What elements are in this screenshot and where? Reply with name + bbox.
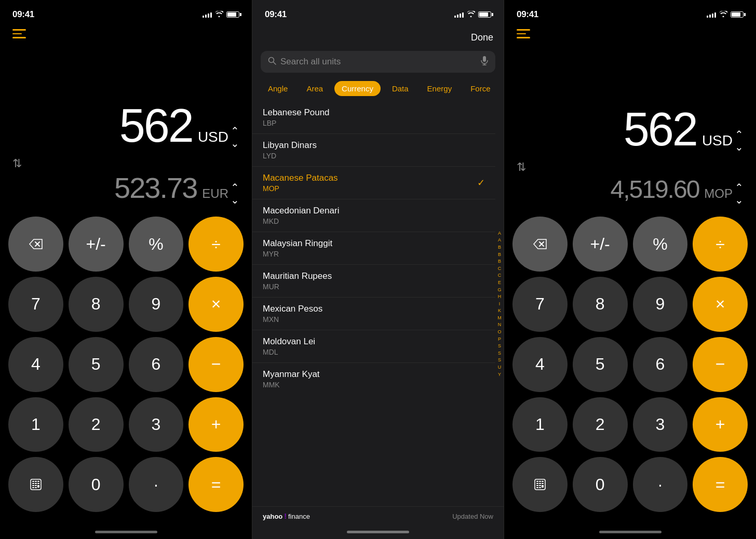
category-tab-data[interactable]: Data — [385, 81, 416, 96]
secondary-unit-chevron-left[interactable]: ⌃⌄ — [231, 181, 239, 206]
key-6[interactable]: 6 — [129, 337, 184, 392]
done-button[interactable]: Done — [471, 32, 493, 43]
alpha-letter[interactable]: S — [498, 357, 501, 363]
key-divide[interactable]: ÷ — [188, 217, 244, 272]
key-4[interactable]: 4 — [512, 337, 568, 392]
search-placeholder: Search all units — [280, 57, 477, 67]
list-item[interactable]: Myanmar Kyat MMK — [252, 363, 495, 395]
key-calc[interactable] — [512, 457, 568, 512]
unit-chevron-left[interactable]: ⌃⌄ — [231, 125, 239, 150]
key-plus[interactable]: + — [188, 397, 244, 452]
key-7[interactable]: 7 — [512, 277, 568, 332]
mic-icon[interactable] — [481, 56, 488, 68]
currency-name: Myanmar Kyat — [263, 369, 485, 380]
key-4[interactable]: 4 — [8, 337, 63, 392]
svg-rect-12 — [32, 487, 34, 488]
key-multiply[interactable]: × — [693, 277, 748, 332]
key-3[interactable]: 3 — [129, 397, 184, 452]
key-backspace[interactable] — [8, 217, 63, 272]
menu-button[interactable] — [0, 25, 252, 43]
key-5[interactable]: 5 — [69, 337, 124, 392]
swap-button-right[interactable]: ⇅ — [504, 157, 756, 177]
list-item[interactable]: Mauritian Rupees MUR — [252, 265, 495, 298]
key-6[interactable]: 6 — [633, 337, 688, 392]
key-plus-minus[interactable]: +/- — [573, 217, 628, 272]
alpha-letter[interactable]: U — [498, 364, 502, 371]
currency-picker-panel: 09:41 Done — [252, 0, 504, 539]
key-backspace[interactable] — [512, 217, 568, 272]
key-dot[interactable]: · — [129, 457, 184, 512]
key-9[interactable]: 9 — [633, 277, 688, 332]
alpha-letter[interactable]: M — [497, 315, 502, 321]
alpha-letter[interactable]: E — [498, 279, 501, 286]
alpha-letter[interactable]: A — [498, 237, 501, 244]
alpha-letter[interactable]: B — [498, 258, 501, 265]
list-item[interactable]: Moldovan Lei MDL — [252, 330, 495, 363]
alpha-letter[interactable]: N — [498, 321, 502, 328]
key-8[interactable]: 8 — [573, 277, 628, 332]
key-7[interactable]: 7 — [8, 277, 63, 332]
svg-rect-4 — [35, 481, 37, 482]
key-2[interactable]: 2 — [573, 397, 628, 452]
alpha-letter[interactable]: B — [498, 251, 501, 258]
list-item[interactable]: Mexican Pesos MXN — [252, 298, 495, 330]
secondary-unit-chevron-right[interactable]: ⌃⌄ — [735, 181, 744, 206]
alpha-letter[interactable]: C — [498, 265, 502, 272]
svg-rect-29 — [539, 485, 541, 486]
key-0[interactable]: 0 — [573, 457, 628, 512]
category-tab-area[interactable]: Area — [299, 81, 330, 96]
key-calc[interactable] — [8, 457, 63, 512]
key-minus[interactable]: − — [693, 337, 748, 392]
key-dot[interactable]: · — [633, 457, 688, 512]
alpha-letter[interactable]: B — [498, 244, 501, 251]
menu-button-right[interactable] — [504, 25, 756, 43]
alpha-letter[interactable]: S — [498, 343, 501, 349]
alpha-letter[interactable]: K — [498, 307, 501, 314]
key-divide[interactable]: ÷ — [693, 217, 748, 272]
alpha-letter[interactable]: Y — [498, 371, 501, 378]
alpha-letter[interactable]: P — [498, 336, 501, 343]
alpha-letter[interactable]: O — [497, 329, 501, 335]
key-8[interactable]: 8 — [69, 277, 124, 332]
svg-rect-3 — [32, 481, 34, 482]
list-item[interactable]: Macanese Patacas MOP ✓ — [252, 167, 495, 199]
key-1[interactable]: 1 — [512, 397, 568, 452]
unit-chevron-right[interactable]: ⌃⌄ — [735, 128, 744, 153]
currency-code: MDL — [263, 348, 485, 356]
key-plus[interactable]: + — [693, 397, 748, 452]
key-equals[interactable]: = — [188, 457, 244, 512]
picker-top-bar: Done — [252, 23, 504, 46]
key-plus-minus[interactable]: +/- — [69, 217, 124, 272]
currency-name: Mexican Pesos — [263, 304, 485, 314]
key-5[interactable]: 5 — [573, 337, 628, 392]
alpha-letter[interactable]: A — [498, 230, 501, 237]
list-item[interactable]: Malaysian Ringgit MYR — [252, 232, 495, 265]
key-1[interactable]: 1 — [8, 397, 63, 452]
key-equals[interactable]: = — [693, 457, 748, 512]
swap-button-left[interactable]: ⇅ — [0, 154, 252, 173]
key-minus[interactable]: − — [188, 337, 244, 392]
category-tab-energy[interactable]: Energy — [420, 81, 460, 96]
key-multiply[interactable]: × — [188, 277, 244, 332]
list-item[interactable]: Lebanese Pound LBP — [252, 101, 495, 134]
key-percent[interactable]: % — [129, 217, 184, 272]
key-3[interactable]: 3 — [633, 397, 688, 452]
key-9[interactable]: 9 — [129, 277, 184, 332]
alpha-letter[interactable]: I — [499, 301, 501, 307]
key-0[interactable]: 0 — [69, 457, 124, 512]
search-container: Search all units — [252, 46, 504, 78]
alpha-letter[interactable]: C — [498, 272, 502, 279]
category-tab-currency[interactable]: Currency — [334, 81, 381, 96]
alpha-letter[interactable]: G — [497, 287, 501, 293]
list-item[interactable]: Libyan Dinars LYD — [252, 134, 495, 167]
home-indicator-right — [504, 524, 756, 539]
alpha-letter[interactable]: S — [498, 350, 501, 357]
key-percent[interactable]: % — [633, 217, 688, 272]
list-item[interactable]: Macedonian Denari MKD — [252, 199, 495, 232]
key-2[interactable]: 2 — [69, 397, 124, 452]
category-tab-angle[interactable]: Angle — [261, 81, 295, 96]
currency-name: Mauritian Rupees — [263, 271, 485, 281]
alpha-letter[interactable]: H — [498, 293, 502, 300]
category-tab-force[interactable]: Force — [463, 81, 497, 96]
search-bar[interactable]: Search all units — [261, 51, 495, 73]
